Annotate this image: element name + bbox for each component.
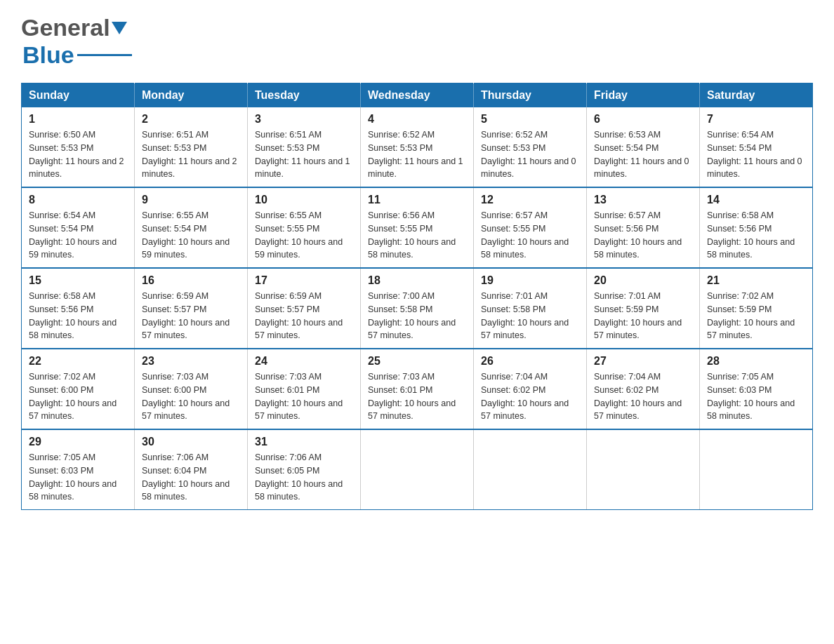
day-info: Sunrise: 7:05 AM Sunset: 6:03 PM Dayligh… [29,451,127,504]
table-row: 8 Sunrise: 6:54 AM Sunset: 5:54 PM Dayli… [22,187,135,268]
day-info: Sunrise: 6:59 AM Sunset: 5:57 PM Dayligh… [255,290,353,342]
day-number: 10 [255,194,353,206]
table-row: 19 Sunrise: 7:01 AM Sunset: 5:58 PM Dayl… [474,268,587,349]
table-row: 9 Sunrise: 6:55 AM Sunset: 5:54 PM Dayli… [135,187,248,268]
day-info: Sunrise: 6:57 AM Sunset: 5:56 PM Dayligh… [594,209,692,262]
table-row: 17 Sunrise: 6:59 AM Sunset: 5:57 PM Dayl… [248,268,361,349]
day-number: 3 [255,113,353,126]
logo: General Blue [21,14,132,69]
day-number: 1 [29,113,127,126]
day-info: Sunrise: 6:56 AM Sunset: 5:55 PM Dayligh… [368,209,466,262]
day-number: 12 [481,194,579,206]
day-number: 17 [255,274,353,287]
logo-underline [77,54,132,56]
table-row: 5 Sunrise: 6:52 AM Sunset: 5:53 PM Dayli… [474,107,587,187]
header-row: Sunday Monday Tuesday Wednesday Thursday… [22,83,813,108]
calendar-week-row: 22 Sunrise: 7:02 AM Sunset: 6:00 PM Dayl… [22,349,813,429]
table-row: 18 Sunrise: 7:00 AM Sunset: 5:58 PM Dayl… [361,268,474,349]
day-info: Sunrise: 6:54 AM Sunset: 5:54 PM Dayligh… [29,209,127,262]
day-info: Sunrise: 6:55 AM Sunset: 5:55 PM Dayligh… [255,209,353,262]
day-info: Sunrise: 7:04 AM Sunset: 6:02 PM Dayligh… [481,370,579,423]
table-row: 11 Sunrise: 6:56 AM Sunset: 5:55 PM Dayl… [361,187,474,268]
col-thursday: Thursday [474,83,587,108]
col-wednesday: Wednesday [361,83,474,108]
table-row: 26 Sunrise: 7:04 AM Sunset: 6:02 PM Dayl… [474,349,587,429]
day-number: 6 [594,113,692,126]
col-saturday: Saturday [700,83,813,108]
logo-general: General [21,14,110,41]
day-info: Sunrise: 6:51 AM Sunset: 5:53 PM Dayligh… [142,128,240,181]
day-info: Sunrise: 6:58 AM Sunset: 5:56 PM Dayligh… [707,209,805,262]
page-header: General Blue [21,14,813,69]
day-number: 28 [707,355,805,368]
day-info: Sunrise: 6:53 AM Sunset: 5:54 PM Dayligh… [594,128,692,181]
day-number: 13 [594,194,692,206]
day-info: Sunrise: 7:00 AM Sunset: 5:58 PM Dayligh… [368,290,466,342]
day-info: Sunrise: 7:06 AM Sunset: 6:05 PM Dayligh… [255,451,353,504]
day-info: Sunrise: 6:52 AM Sunset: 5:53 PM Dayligh… [481,128,579,181]
day-number: 2 [142,113,240,126]
day-number: 4 [368,113,466,126]
day-info: Sunrise: 7:03 AM Sunset: 6:00 PM Dayligh… [142,370,240,423]
col-friday: Friday [587,83,700,108]
day-number: 24 [255,355,353,368]
day-info: Sunrise: 6:54 AM Sunset: 5:54 PM Dayligh… [707,128,805,181]
table-row: 27 Sunrise: 7:04 AM Sunset: 6:02 PM Dayl… [587,349,700,429]
day-number: 15 [29,274,127,287]
table-row: 16 Sunrise: 6:59 AM Sunset: 5:57 PM Dayl… [135,268,248,349]
day-info: Sunrise: 7:06 AM Sunset: 6:04 PM Dayligh… [142,451,240,504]
day-info: Sunrise: 7:01 AM Sunset: 5:59 PM Dayligh… [594,290,692,342]
day-info: Sunrise: 7:05 AM Sunset: 6:03 PM Dayligh… [707,370,805,423]
day-info: Sunrise: 6:58 AM Sunset: 5:56 PM Dayligh… [29,290,127,342]
day-number: 29 [29,436,127,448]
table-row: 13 Sunrise: 6:57 AM Sunset: 5:56 PM Dayl… [587,187,700,268]
svg-marker-0 [112,22,127,34]
day-info: Sunrise: 6:59 AM Sunset: 5:57 PM Dayligh… [142,290,240,342]
day-number: 5 [481,113,579,126]
table-row: 30 Sunrise: 7:06 AM Sunset: 6:04 PM Dayl… [135,429,248,510]
calendar-table: Sunday Monday Tuesday Wednesday Thursday… [21,83,813,510]
calendar-week-row: 8 Sunrise: 6:54 AM Sunset: 5:54 PM Dayli… [22,187,813,268]
table-row: 23 Sunrise: 7:03 AM Sunset: 6:00 PM Dayl… [135,349,248,429]
table-row [700,429,813,510]
day-info: Sunrise: 6:55 AM Sunset: 5:54 PM Dayligh… [142,209,240,262]
table-row: 6 Sunrise: 6:53 AM Sunset: 5:54 PM Dayli… [587,107,700,187]
table-row: 22 Sunrise: 7:02 AM Sunset: 6:00 PM Dayl… [22,349,135,429]
calendar-week-row: 29 Sunrise: 7:05 AM Sunset: 6:03 PM Dayl… [22,429,813,510]
table-row: 15 Sunrise: 6:58 AM Sunset: 5:56 PM Dayl… [22,268,135,349]
calendar-week-row: 15 Sunrise: 6:58 AM Sunset: 5:56 PM Dayl… [22,268,813,349]
table-row: 25 Sunrise: 7:03 AM Sunset: 6:01 PM Dayl… [361,349,474,429]
day-number: 30 [142,436,240,448]
col-tuesday: Tuesday [248,83,361,108]
day-number: 16 [142,274,240,287]
table-row: 29 Sunrise: 7:05 AM Sunset: 6:03 PM Dayl… [22,429,135,510]
logo-blue: Blue [22,41,74,69]
day-number: 22 [29,355,127,368]
day-number: 20 [594,274,692,287]
table-row: 20 Sunrise: 7:01 AM Sunset: 5:59 PM Dayl… [587,268,700,349]
col-monday: Monday [135,83,248,108]
calendar-body: 1 Sunrise: 6:50 AM Sunset: 5:53 PM Dayli… [22,107,813,510]
table-row: 28 Sunrise: 7:05 AM Sunset: 6:03 PM Dayl… [700,349,813,429]
day-info: Sunrise: 7:02 AM Sunset: 6:00 PM Dayligh… [29,370,127,423]
day-info: Sunrise: 6:57 AM Sunset: 5:55 PM Dayligh… [481,209,579,262]
calendar-week-row: 1 Sunrise: 6:50 AM Sunset: 5:53 PM Dayli… [22,107,813,187]
table-row [474,429,587,510]
table-row: 1 Sunrise: 6:50 AM Sunset: 5:53 PM Dayli… [22,107,135,187]
table-row: 2 Sunrise: 6:51 AM Sunset: 5:53 PM Dayli… [135,107,248,187]
table-row [361,429,474,510]
day-number: 26 [481,355,579,368]
day-info: Sunrise: 6:50 AM Sunset: 5:53 PM Dayligh… [29,128,127,181]
table-row: 21 Sunrise: 7:02 AM Sunset: 5:59 PM Dayl… [700,268,813,349]
day-info: Sunrise: 6:52 AM Sunset: 5:53 PM Dayligh… [368,128,466,181]
day-number: 27 [594,355,692,368]
day-number: 25 [368,355,466,368]
day-number: 14 [707,194,805,206]
day-info: Sunrise: 7:02 AM Sunset: 5:59 PM Dayligh… [707,290,805,342]
col-sunday: Sunday [22,83,135,108]
table-row [587,429,700,510]
table-row: 10 Sunrise: 6:55 AM Sunset: 5:55 PM Dayl… [248,187,361,268]
table-row: 14 Sunrise: 6:58 AM Sunset: 5:56 PM Dayl… [700,187,813,268]
day-number: 23 [142,355,240,368]
table-row: 24 Sunrise: 7:03 AM Sunset: 6:01 PM Dayl… [248,349,361,429]
